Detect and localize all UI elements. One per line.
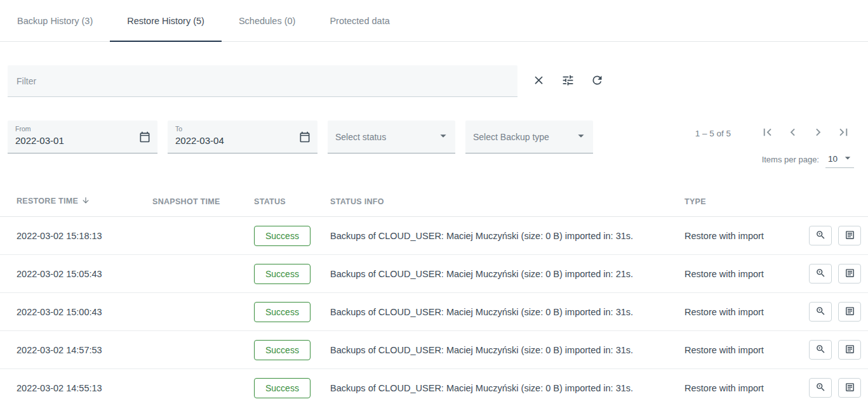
status-info-value: Backups of CLOUD_USER: Maciej Muczyński … [330,231,633,241]
status-badge: Success [254,226,310,246]
status-info-cell: Backups of CLOUD_USER: Maciej Muczyński … [330,293,684,331]
status-info-value: Backups of CLOUD_USER: Maciej Muczyński … [330,307,633,317]
report-button[interactable] [838,264,861,283]
snapshot-time-cell [152,217,254,255]
status-badge: Success [254,378,310,398]
sort-descending-icon [81,196,90,207]
column-status[interactable]: STATUS [254,185,330,217]
tab-backup-history[interactable]: Backup History (3) [0,0,110,41]
column-label: SNAPSHOT TIME [152,197,220,206]
column-label: STATUS INFO [330,197,384,206]
column-label: RESTORE TIME [17,197,78,205]
report-button[interactable] [838,302,861,322]
restore-time-cell: 2022-03-02 14:57:53 [0,331,152,369]
refresh-icon [591,74,604,89]
column-restore-time[interactable]: RESTORE TIME [0,185,152,217]
details-button[interactable] [809,226,832,245]
type-value: Restore with import [684,269,764,279]
actions-cell [805,255,868,293]
type-value: Restore with import [684,231,764,241]
status-cell: Success [254,255,330,293]
first-page-button[interactable] [756,123,778,143]
type-cell: Restore with import [684,293,805,331]
column-label: STATUS [254,197,286,206]
snapshot-time-cell [152,293,254,331]
zoom-in-icon [815,230,826,242]
first-page-icon [760,125,775,141]
status-info-value: Backups of CLOUD_USER: Maciej Muczyński … [330,345,633,355]
clear-filter-button[interactable] [530,73,547,89]
status-cell: Success [254,293,330,331]
status-select[interactable]: Select status [328,121,455,153]
status-select-placeholder: Select status [335,132,386,142]
report-icon [845,230,855,242]
table-body: 2022-03-02 15:18:13 Success Backups of C… [0,217,868,404]
refresh-button[interactable] [589,73,605,89]
report-button[interactable] [838,226,861,245]
pagination-range: 1 – 5 of 5 [695,129,731,138]
filter-input[interactable] [8,65,517,97]
to-date-field[interactable]: To 2022-03-04 [168,121,317,153]
actions-cell [805,217,868,255]
table-row: 2022-03-02 14:55:13 Success Backups of C… [0,369,868,404]
details-button[interactable] [809,264,832,283]
report-icon [845,306,855,318]
report-button[interactable] [838,340,861,360]
from-date-field[interactable]: From 2022-03-01 [8,121,157,153]
tab-schedules[interactable]: Schedules (0) [222,0,312,41]
snapshot-time-cell [152,369,254,404]
report-button[interactable] [838,378,861,398]
details-button[interactable] [809,340,832,360]
items-per-page-select[interactable]: 10 [825,151,854,168]
chevron-down-icon [838,152,854,166]
type-value: Restore with import [684,307,764,317]
status-badge: Success [254,302,310,322]
details-button[interactable] [809,302,832,322]
chevron-left-icon [785,125,800,141]
calendar-icon[interactable] [298,131,311,143]
status-info-cell: Backups of CLOUD_USER: Maciej Muczyński … [330,331,684,369]
previous-page-button[interactable] [782,123,803,143]
items-per-page-label: Items per page: [762,155,819,164]
tab-protected-data[interactable]: Protected data [312,0,406,41]
actions-cell [805,331,868,369]
to-value: 2022-03-04 [175,135,292,146]
controls-row: From 2022-03-01 To 2022-03-04 Select sta… [8,121,860,168]
restore-time-cell: 2022-03-02 15:18:13 [0,217,152,255]
status-info-value: Backups of CLOUD_USER: Maciej Muczyński … [330,269,633,279]
chevron-down-icon [436,129,450,145]
filter-row [8,65,860,97]
from-value: 2022-03-01 [15,135,132,146]
column-type[interactable]: TYPE [684,185,805,217]
column-status-info[interactable]: STATUS INFO [330,185,684,217]
next-page-button[interactable] [807,123,829,143]
status-badge: Success [254,264,310,284]
snapshot-time-cell [152,331,254,369]
status-cell: Success [254,331,330,369]
calendar-icon[interactable] [138,131,151,143]
zoom-in-icon [815,382,826,394]
report-icon [845,268,855,280]
table-row: 2022-03-02 15:05:43 Success Backups of C… [0,255,868,293]
column-actions [805,185,868,217]
table-header: RESTORE TIME SNAPSHOT TIME STATUS STATUS… [0,185,868,217]
filter-options-button[interactable] [559,73,576,89]
table-row: 2022-03-02 14:57:53 Success Backups of C… [0,331,868,369]
type-cell: Restore with import [684,255,805,293]
status-info-value: Backups of CLOUD_USER: Maciej Muczyński … [330,383,633,393]
column-snapshot-time[interactable]: SNAPSHOT TIME [152,185,254,217]
tab-bar: Backup History (3) Restore History (5) S… [0,0,868,42]
date-filters: From 2022-03-01 To 2022-03-04 Select sta… [8,121,593,153]
to-label: To [175,125,292,133]
type-cell: Restore with import [684,331,805,369]
status-cell: Success [254,217,330,255]
tab-restore-history[interactable]: Restore History (5) [110,0,222,41]
details-button[interactable] [809,378,832,398]
last-page-button[interactable] [832,123,854,143]
backup-type-select[interactable]: Select Backup type [465,121,593,153]
restore-history-table: RESTORE TIME SNAPSHOT TIME STATUS STATUS… [0,185,868,404]
chevron-right-icon [811,125,825,141]
restore-time-value: 2022-03-02 14:55:13 [17,383,102,393]
type-cell: Restore with import [684,369,805,404]
zoom-in-icon [815,306,826,318]
